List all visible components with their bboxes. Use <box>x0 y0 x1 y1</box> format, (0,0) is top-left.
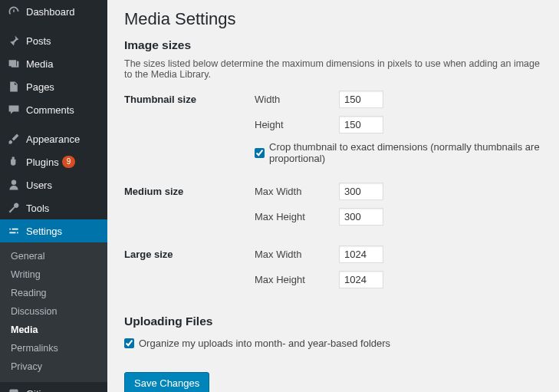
row-thumbnail: Thumbnail size Width Height Crop thumbna… <box>124 91 542 178</box>
submenu-discussion[interactable]: Discussion <box>0 302 107 321</box>
admin-sidebar: Dashboard Posts Media Pages Comments App… <box>0 0 107 392</box>
menu-media[interactable]: Media <box>0 52 107 75</box>
menu-settings[interactable]: Settings <box>0 219 107 242</box>
dashboard-icon <box>6 5 21 18</box>
menu-plugins[interactable]: Plugins 9 <box>0 150 107 173</box>
menu-label: Settings <box>26 226 62 237</box>
menu-label: Appearance <box>26 133 80 145</box>
submenu-permalinks[interactable]: Permalinks <box>0 339 107 357</box>
row-medium: Medium size Max Width Max Height <box>124 183 542 233</box>
menu-label: Posts <box>26 35 51 47</box>
submenu-media[interactable]: Media <box>0 321 107 339</box>
menu-appearance[interactable]: Appearance <box>0 127 107 150</box>
row-large: Large size Max Width Max Height <box>124 245 542 296</box>
label-large: Large size <box>124 245 255 260</box>
label-maxwidth: Max Width <box>255 186 339 197</box>
input-large-width[interactable] <box>339 245 383 263</box>
menu-tools[interactable]: Tools <box>0 196 107 219</box>
label-crop: Crop thumbnail to exact dimensions (norm… <box>269 141 542 164</box>
section-description: The sizes listed below determine the max… <box>124 58 542 80</box>
label-maxwidth: Max Width <box>255 249 339 260</box>
gitium-icon <box>6 387 21 392</box>
media-icon <box>6 58 21 70</box>
menu-label: Tools <box>26 203 49 214</box>
menu-users[interactable]: Users <box>0 173 107 196</box>
submenu-writing[interactable]: Writing <box>0 265 107 284</box>
input-medium-height[interactable] <box>339 208 383 226</box>
menu-label: Users <box>26 180 52 191</box>
menu-label: Gitium <box>26 388 55 393</box>
input-large-height[interactable] <box>339 271 383 288</box>
settings-icon <box>6 225 21 237</box>
section-uploading: Uploading Files <box>124 315 542 328</box>
submenu-general[interactable]: General <box>0 247 107 265</box>
menu-posts[interactable]: Posts <box>0 29 107 52</box>
menu-label: Dashboard <box>26 6 75 18</box>
submenu-reading[interactable]: Reading <box>0 284 107 302</box>
page-icon <box>6 81 21 93</box>
label-maxheight: Max Height <box>255 274 339 285</box>
brush-icon <box>6 133 21 145</box>
comment-icon <box>6 104 21 116</box>
menu-label: Comments <box>26 104 74 116</box>
checkbox-organize[interactable] <box>124 338 134 348</box>
label-maxheight: Max Height <box>255 211 339 222</box>
svg-rect-0 <box>9 389 18 392</box>
checkbox-crop[interactable] <box>255 148 265 158</box>
label-thumbnail: Thumbnail size <box>124 91 255 105</box>
menu-dashboard[interactable]: Dashboard <box>0 0 107 23</box>
save-button[interactable]: Save Changes <box>124 372 209 392</box>
menu-pages[interactable]: Pages <box>0 75 107 98</box>
plugin-icon <box>6 156 21 168</box>
update-badge: 9 <box>62 156 76 168</box>
menu-comments[interactable]: Comments <box>0 98 107 121</box>
input-thumb-height[interactable] <box>339 116 383 133</box>
label-width: Width <box>255 94 339 105</box>
menu-gitium[interactable]: Gitium <box>0 382 107 392</box>
pin-icon <box>6 35 21 47</box>
submenu-privacy[interactable]: Privacy <box>0 357 107 376</box>
menu-label: Media <box>26 58 53 70</box>
main-content: Media Settings Image sizes The sizes lis… <box>107 0 559 392</box>
input-thumb-width[interactable] <box>339 91 383 108</box>
wrench-icon <box>6 202 21 214</box>
user-icon <box>6 179 21 191</box>
menu-label: Pages <box>26 81 54 93</box>
input-medium-width[interactable] <box>339 183 383 200</box>
label-height: Height <box>255 119 339 130</box>
page-title: Media Settings <box>124 9 542 29</box>
section-image-sizes: Image sizes <box>124 38 542 52</box>
settings-submenu: General Writing Reading Discussion Media… <box>0 242 107 382</box>
label-medium: Medium size <box>124 183 255 197</box>
label-organize: Organize my uploads into month- and year… <box>139 338 390 349</box>
menu-label: Plugins <box>26 156 59 168</box>
